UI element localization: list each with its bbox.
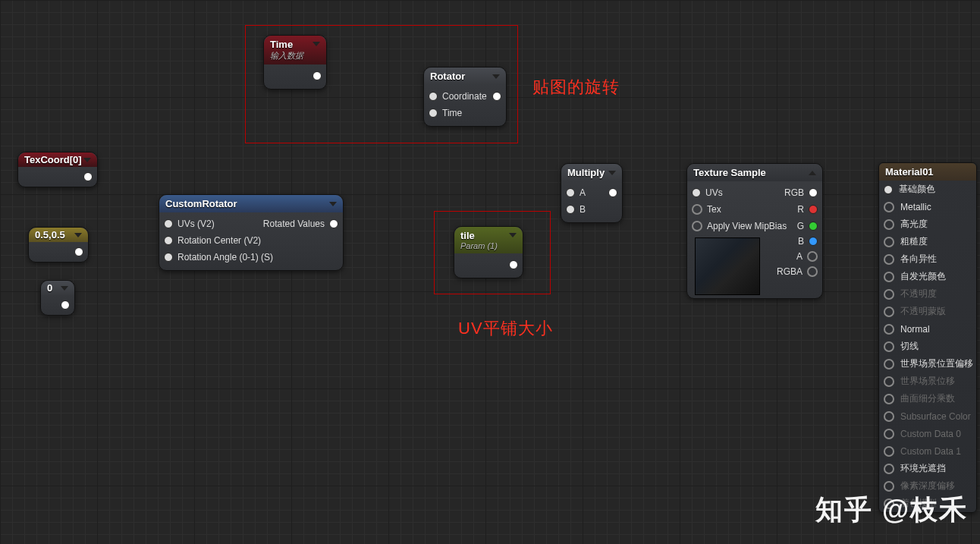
collapse-up-icon[interactable] — [809, 171, 816, 175]
output-pin[interactable] — [492, 92, 501, 101]
pin-label: Rotated Values — [263, 219, 325, 229]
pin-label: Tex — [707, 204, 721, 215]
collapse-icon[interactable] — [492, 74, 500, 79]
node-time[interactable]: Time 输入数据 — [263, 35, 327, 90]
material-input-pin[interactable] — [884, 376, 894, 387]
material-pin-label: 不透明蒙版 — [900, 305, 946, 318]
output-pin[interactable] — [83, 172, 93, 181]
material-pin-label: 高光度 — [900, 218, 928, 231]
node-multiply[interactable]: Multiply A B — [561, 163, 623, 223]
output-pin-rgba[interactable] — [807, 266, 818, 277]
material-pin[interactable]: Custom Data 0 — [879, 425, 976, 442]
output-pin[interactable] — [74, 247, 83, 256]
material-pin[interactable]: 曲面细分乘数 — [879, 390, 976, 407]
node-title: Time — [270, 39, 293, 50]
output-pin-b[interactable] — [809, 237, 818, 246]
node-title: Multiply — [567, 167, 605, 178]
input-pin-time[interactable] — [429, 108, 438, 118]
node-texcoord[interactable]: TexCoord[0] — [17, 152, 98, 187]
node-title: 0.5,0.5 — [35, 229, 65, 241]
input-pin-coordinate[interactable] — [429, 92, 438, 101]
material-pin[interactable]: 高光度 — [879, 215, 976, 233]
input-pin-b[interactable] — [566, 205, 575, 214]
output-pin-g[interactable] — [809, 222, 818, 231]
graph-canvas[interactable]: 贴图的旋转 UV平铺大小 TexCoord[0] 0.5,0.5 0 Time … — [0, 0, 980, 544]
node-title: CustomRotator — [165, 198, 237, 209]
material-input-pin[interactable] — [884, 219, 894, 230]
material-input-pin[interactable] — [884, 324, 894, 335]
input-pin-a[interactable] — [566, 188, 575, 197]
material-pin[interactable]: 世界场景位移 — [879, 373, 976, 390]
output-pin-a[interactable] — [807, 251, 818, 262]
material-input-pin[interactable] — [884, 202, 894, 212]
texture-preview[interactable] — [695, 237, 760, 295]
input-pin-mipbias[interactable] — [692, 221, 702, 231]
collapse-icon[interactable] — [313, 42, 320, 46]
input-pin-angle[interactable] — [164, 253, 173, 262]
pin-label: UVs (V2) — [177, 219, 215, 229]
material-pin[interactable]: 自发光颜色 — [879, 268, 976, 285]
material-input-pin[interactable] — [884, 446, 894, 457]
output-pin[interactable] — [313, 71, 322, 80]
material-input-pin[interactable] — [884, 481, 894, 492]
material-input-pin[interactable] — [884, 429, 894, 439]
pin-label: B — [798, 236, 804, 247]
collapse-icon[interactable] — [608, 171, 616, 175]
material-pin[interactable]: 不透明度 — [879, 285, 976, 303]
material-input-pin[interactable] — [884, 394, 894, 404]
material-input-pin[interactable] — [884, 359, 894, 369]
collapse-icon[interactable] — [74, 233, 82, 237]
material-pin-label: Metallic — [900, 202, 931, 212]
material-input-pin[interactable] — [884, 341, 894, 352]
material-input-pin[interactable] — [884, 307, 894, 317]
node-material-output[interactable]: Material01 基础颜色Metallic高光度粗糙度各向异性自发光颜色不透… — [878, 162, 977, 513]
node-tile[interactable]: tile Param (1) — [454, 226, 523, 278]
material-pin[interactable]: 各向异性 — [879, 250, 976, 268]
material-input-pin[interactable] — [884, 411, 894, 422]
connection-wires — [0, 0, 228, 114]
material-input-pin[interactable] — [884, 289, 894, 300]
watermark: 知乎 @枝禾 — [815, 492, 968, 529]
material-pin[interactable]: 环境光遮挡 — [879, 460, 976, 477]
node-constant1[interactable]: 0 — [40, 280, 75, 316]
output-pin[interactable] — [329, 219, 338, 228]
input-pin-center[interactable] — [164, 236, 173, 245]
material-pin[interactable]: 世界场景位置偏移 — [879, 355, 976, 373]
node-texture-sample[interactable]: Texture Sample UVsRGB TexR Apply View Mi… — [686, 163, 823, 299]
collapse-icon[interactable] — [83, 158, 91, 162]
input-pin-uvs[interactable] — [164, 219, 173, 228]
material-pin[interactable]: 不透明蒙版 — [879, 303, 976, 320]
output-pin[interactable] — [61, 300, 70, 310]
node-custom-rotator[interactable]: CustomRotator UVs (V2)Rotated Values Rot… — [159, 194, 344, 271]
node-constant2[interactable]: 0.5,0.5 — [28, 227, 89, 263]
output-pin[interactable] — [509, 260, 518, 269]
material-pin-label: 自发光颜色 — [900, 270, 946, 283]
input-pin-uvs[interactable] — [692, 188, 701, 197]
material-pin[interactable]: Normal — [879, 320, 976, 338]
input-pin-tex[interactable] — [692, 204, 702, 215]
collapse-icon[interactable] — [509, 233, 517, 237]
output-pin-rgb[interactable] — [809, 188, 818, 197]
material-input-pin[interactable] — [884, 272, 894, 282]
collapse-icon[interactable] — [61, 286, 68, 291]
node-title: tile — [460, 230, 475, 241]
material-pin[interactable]: 切线 — [879, 338, 976, 355]
pin-label: RGB — [784, 187, 804, 198]
material-pin[interactable]: Subsurface Color — [879, 407, 976, 425]
material-pin[interactable]: 粗糙度 — [879, 233, 976, 250]
node-subtitle: Param (1) — [460, 241, 498, 250]
material-input-pin[interactable] — [884, 185, 893, 194]
material-pin-label: 各向异性 — [900, 253, 937, 266]
material-pin[interactable]: Metallic — [879, 198, 976, 215]
material-input-pin[interactable] — [884, 464, 894, 474]
collapse-icon[interactable] — [329, 202, 337, 206]
material-pin[interactable]: Custom Data 1 — [879, 442, 976, 460]
pin-label: Apply View MipBias — [707, 221, 787, 231]
material-input-pin[interactable] — [884, 237, 894, 247]
node-rotator[interactable]: Rotator Coordinate Time — [423, 67, 507, 127]
pin-label: B — [580, 204, 586, 215]
output-pin[interactable] — [608, 188, 617, 197]
output-pin-r[interactable] — [809, 205, 818, 214]
material-pin[interactable]: 基础颜色 — [879, 181, 976, 198]
material-input-pin[interactable] — [884, 254, 894, 265]
